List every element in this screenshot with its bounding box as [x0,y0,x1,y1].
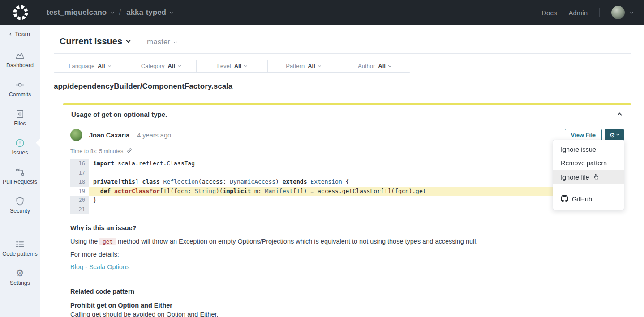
inline-code-get: get [99,238,116,245]
back-to-team-label: Team [15,30,30,38]
line-number: 21 [70,205,89,214]
sidebar-item-pull-requests[interactable]: Pull Requests [0,165,40,194]
code-line: 20} [70,196,624,205]
code-line: 21 [70,205,624,214]
docs-link[interactable]: Docs [541,9,557,17]
code-line-text [89,168,624,178]
pattern-title: Prohibit get on Option and Either [70,302,624,309]
why-text-pre: Using the [70,238,99,245]
branch-selector[interactable]: master [147,38,176,47]
sidebar-divider [0,231,40,231]
issue-title: Usage of get on optional type. [71,111,167,118]
code-line-text: } [89,196,624,205]
filter-pattern[interactable]: Pattern All [268,60,339,72]
dashboard-icon [15,51,25,61]
user-menu[interactable] [611,6,632,19]
branch-name: master [147,38,170,47]
menu-item-ignore-issue[interactable]: Ignore issue [553,143,624,156]
filter-language[interactable]: Language All [54,60,125,72]
repo-selector[interactable]: akka-typed [126,8,173,17]
blog-scala-options-link[interactable]: Blog - Scala Options [70,263,129,270]
filter-label: Author [358,63,375,69]
sidebar-item-settings[interactable]: ⚙ Settings [0,266,40,296]
codacy-logo[interactable] [13,4,29,21]
sidebar-item-commits[interactable]: Commits [0,78,40,107]
why-paragraph: Using the get method will throw an Excep… [70,238,624,245]
author-row: Joao Caxaria 4 years ago View File ⚙ [70,129,624,141]
menu-item-remove-pattern[interactable]: Remove pattern [553,156,624,170]
filter-label: Pattern [286,63,305,69]
gear-icon: ⚙ [16,268,24,278]
why-text-post: method will throw an Exception on empty … [118,238,478,245]
filter-value: All [98,63,105,69]
why-heading: Why is this an issue? [70,224,624,231]
page-header: Current Issues master [54,25,631,54]
filter-value: All [378,63,386,69]
chevron-down-icon [174,40,177,43]
code-line: 19 def actorClassFor[T](fqcn: String)(im… [70,187,624,196]
collapse-issue-button[interactable] [617,109,622,119]
sidebar-items: Dashboard Commits Files Issues [0,43,40,296]
issues-view-selector[interactable]: Current Issues [60,36,130,47]
sidebar-item-files[interactable]: Files [0,107,40,136]
admin-link[interactable]: Admin [568,9,588,17]
github-icon [561,195,568,204]
sidebar-item-dashboard[interactable]: Dashboard [0,49,40,78]
sidebar-item-label: Pull Requests [3,179,37,185]
more-details-label: For more details: [70,251,624,258]
sidebar-item-label: Files [14,120,26,127]
list-icon [15,239,25,249]
time-to-fix-label: Time to fix: 5 minutes [70,148,123,154]
menu-item-label: Ignore file [561,174,589,181]
filter-bar: Language All Category All Level All Patt… [54,60,410,73]
commit-icon [15,80,25,90]
sidebar-item-label: Settings [10,280,30,286]
filter-category[interactable]: Category All [125,60,197,72]
filter-label: Level [217,63,231,69]
line-number: 20 [70,196,89,205]
sidebar-item-security[interactable]: Security [0,194,40,223]
issue-card-header: Usage of get on optional type. [63,105,631,124]
time-to-fix-row: Time to fix: 5 minutes [70,147,624,155]
menu-item-ignore-file[interactable]: Ignore file [553,170,624,184]
code-line-text: import scala.reflect.ClassTag [89,159,624,168]
chevron-down-icon [178,64,181,67]
file-code-icon [15,109,25,119]
sidebar-item-code-patterns[interactable]: Code patterns [0,237,40,266]
chevron-down-icon [108,64,111,67]
repo-name: akka-typed [126,8,166,17]
sidebar-item-label: Code patterns [2,251,38,257]
back-to-team[interactable]: Team [0,25,40,43]
author-name: Joao Caxaria [89,132,129,139]
filter-level[interactable]: Level All [197,60,268,72]
file-path: app/dependencyBuilder/ComponentFactory.s… [54,82,631,91]
filter-label: Category [141,63,165,69]
filter-label: Language [69,63,94,69]
user-avatar [611,6,625,19]
related-pattern-heading: Related code pattern [70,288,624,295]
issue-age: 4 years ago [137,132,171,139]
chevron-down-icon [318,64,321,67]
chevron-down-icon [244,64,247,67]
sidebar: Team Dashboard Commits Files [0,25,40,317]
sidebar-item-label: Commits [9,91,31,98]
breadcrumb-separator: / [119,8,121,17]
code-lines: 16import scala.reflect.ClassTag1718priva… [70,159,624,214]
hand-cursor-icon [592,173,600,181]
line-number: 19 [70,187,89,196]
sidebar-item-issues[interactable]: Issues [0,136,40,165]
top-navbar: test_miquelcano / akka-typed Docs Admin [0,0,644,25]
filter-value: All [168,63,176,69]
code-block: 16import scala.reflect.ClassTag1718priva… [70,159,624,214]
filter-author[interactable]: Author All [339,60,410,72]
filter-value: All [234,63,242,69]
chevron-left-icon [9,32,13,35]
menu-item-github[interactable]: GitHub [553,191,624,207]
permalink-icon[interactable] [126,147,133,155]
chevron-down-icon [630,10,633,13]
menu-item-label: GitHub [572,196,592,203]
sidebar-item-label: Issues [12,150,28,156]
gear-icon: ⚙ [610,132,615,139]
line-number: 16 [70,159,89,168]
org-selector[interactable]: test_miquelcano [47,8,113,17]
